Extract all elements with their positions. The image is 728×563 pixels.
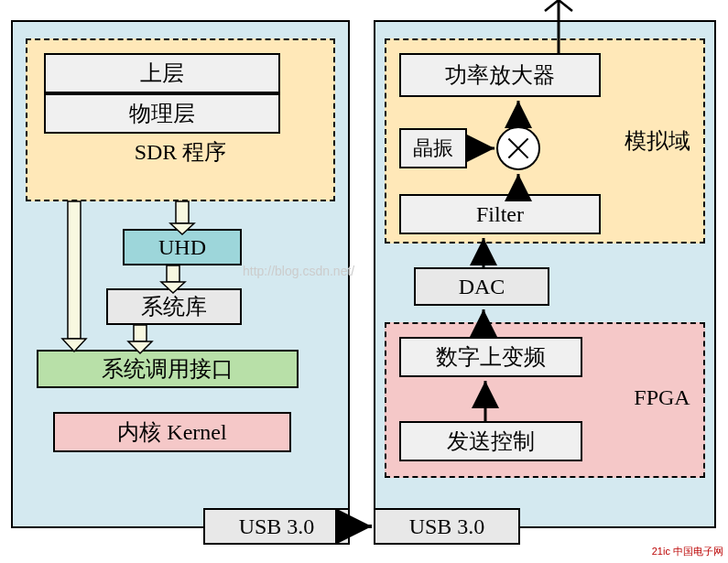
tx-control-box: 发送控制 bbox=[399, 421, 582, 461]
kernel-box: 内核 Kernel bbox=[53, 412, 291, 452]
diagram-container: 上层 物理层 SDR 程序 UHD 系统库 系统调用接口 内核 Kernel U… bbox=[0, 0, 728, 563]
fpga-label: FPGA bbox=[621, 384, 703, 411]
syslib-label: 系统库 bbox=[108, 290, 240, 323]
amplifier-box: 功率放大器 bbox=[399, 53, 601, 97]
phy-layer-box: 物理层 bbox=[44, 93, 280, 134]
upper-layer-box: 上层 bbox=[44, 53, 280, 93]
filter-box: Filter bbox=[399, 194, 601, 234]
syscall-box: 系统调用接口 bbox=[37, 350, 299, 388]
dac-box: DAC bbox=[414, 267, 549, 306]
kernel-label: 内核 Kernel bbox=[55, 414, 289, 450]
sdr-program-label: SDR 程序 bbox=[44, 139, 317, 176]
analog-domain-label: 模拟域 bbox=[612, 128, 703, 155]
crystal-box: 晶振 bbox=[399, 128, 467, 168]
phy-layer-label: 物理层 bbox=[46, 95, 278, 132]
tx-control-label: 发送控制 bbox=[401, 423, 581, 460]
syscall-label: 系统调用接口 bbox=[38, 352, 297, 386]
uhd-label: UHD bbox=[125, 231, 240, 264]
mixer-icon bbox=[496, 126, 540, 170]
syslib-box: 系统库 bbox=[106, 288, 242, 325]
crystal-label: 晶振 bbox=[401, 130, 465, 167]
usb-left-box: USB 3.0 bbox=[203, 508, 350, 545]
uhd-box: UHD bbox=[123, 229, 242, 265]
usb-left-label: USB 3.0 bbox=[205, 510, 348, 543]
amplifier-label: 功率放大器 bbox=[401, 55, 599, 95]
watermark-text: http://blog.csdn.net/ bbox=[243, 264, 354, 278]
upper-layer-label: 上层 bbox=[46, 55, 278, 92]
dac-label: DAC bbox=[416, 269, 548, 304]
up-conversion-label: 数字上变频 bbox=[401, 339, 581, 375]
usb-right-label: USB 3.0 bbox=[375, 510, 518, 543]
site-logo: 21ic 中国电子网 bbox=[652, 545, 723, 558]
filter-label: Filter bbox=[401, 196, 599, 233]
up-conversion-box: 数字上变频 bbox=[399, 337, 582, 377]
usb-right-box: USB 3.0 bbox=[374, 508, 520, 545]
